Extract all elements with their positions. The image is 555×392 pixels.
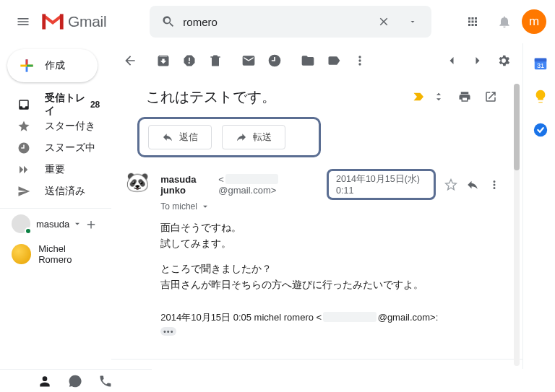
nav-label: スター付き bbox=[45, 120, 100, 133]
hangouts-people-icon[interactable] bbox=[35, 371, 55, 391]
quoted-header: 2014年10月15日 0:05 michel romero <xxxxxxx@… bbox=[160, 311, 505, 324]
thread-subject: これはテストです。 bbox=[146, 87, 407, 107]
subject-actions bbox=[426, 84, 504, 110]
nav-snoozed[interactable]: スヌーズ中 bbox=[0, 137, 111, 159]
sender-avatar[interactable] bbox=[124, 169, 150, 195]
star-icon bbox=[17, 120, 33, 133]
nav-sent[interactable]: 送信済み bbox=[0, 180, 111, 202]
settings-gear-icon[interactable] bbox=[491, 48, 517, 74]
archive-icon[interactable] bbox=[150, 48, 176, 74]
svg-text:31: 31 bbox=[537, 62, 544, 69]
reply-icon bbox=[162, 131, 173, 143]
older-icon[interactable] bbox=[465, 48, 491, 74]
scrollbar-thumb[interactable] bbox=[514, 84, 520, 170]
move-to-icon[interactable] bbox=[295, 48, 321, 74]
nav: 受信トレイ 28 スター付き スヌーズ中 重要 送信済み bbox=[0, 94, 111, 202]
avatar-initial: m bbox=[529, 14, 539, 29]
nav-count: 28 bbox=[90, 100, 100, 110]
send-icon bbox=[17, 185, 33, 198]
nav-inbox[interactable]: 受信トレイ 28 bbox=[0, 94, 111, 116]
gmail-logo[interactable]: Gmail bbox=[38, 13, 106, 30]
expand-icon[interactable] bbox=[426, 84, 452, 110]
calendar-addon-icon[interactable]: 31 bbox=[529, 52, 552, 75]
hangouts-chat-icon[interactable] bbox=[65, 371, 85, 391]
search-icon[interactable] bbox=[154, 7, 183, 36]
reply-button[interactable]: 返信 bbox=[148, 125, 212, 149]
gmail-m-icon bbox=[42, 14, 64, 30]
sidebar: 作成 受信トレイ 28 スター付き スヌーズ中 重要 送信済み bbox=[0, 43, 111, 369]
chevrons-icon bbox=[17, 163, 33, 176]
contact-avatar bbox=[12, 244, 31, 264]
more-message-icon[interactable] bbox=[483, 174, 505, 196]
toggle-quote-icon[interactable]: ••• bbox=[160, 327, 176, 336]
clear-search-icon[interactable] bbox=[369, 7, 398, 36]
snooze-icon[interactable] bbox=[262, 48, 288, 74]
topbar: Gmail m bbox=[0, 0, 555, 43]
presence-dot-icon bbox=[25, 227, 32, 235]
nav-label: 受信トレイ bbox=[45, 92, 90, 118]
contact-name: Michel Romero bbox=[38, 243, 100, 265]
reply-label: 返信 bbox=[179, 131, 198, 144]
labels-icon[interactable] bbox=[321, 48, 347, 74]
hangouts-phone-icon[interactable] bbox=[95, 371, 116, 391]
content: これはテストです。 返信 転送 bbox=[111, 43, 522, 369]
newer-icon[interactable] bbox=[439, 48, 465, 74]
delete-icon[interactable] bbox=[202, 48, 228, 74]
scrollbar[interactable] bbox=[514, 84, 520, 366]
sender-name: masuda junko bbox=[160, 174, 215, 196]
gmail-logo-text: Gmail bbox=[68, 13, 106, 30]
nav-label: 重要 bbox=[45, 163, 100, 176]
mark-unread-icon[interactable] bbox=[236, 48, 262, 74]
hangouts-tabs bbox=[0, 369, 152, 392]
message-2-collapsed[interactable]: michel romero 2014年10月15日(水) 0:05 「Triml… bbox=[111, 359, 522, 369]
reply-forward-bar: 返信 転送 bbox=[137, 117, 321, 157]
sender-address: <xxxxxxx@gmail.com> bbox=[218, 174, 322, 196]
keep-addon-icon[interactable] bbox=[529, 85, 552, 108]
more-icon[interactable] bbox=[347, 48, 373, 74]
subject-row: これはテストです。 bbox=[111, 78, 522, 114]
forward-button[interactable]: 転送 bbox=[222, 125, 285, 149]
plus-icon bbox=[17, 56, 36, 75]
hangouts-current-user[interactable]: masuda bbox=[12, 214, 82, 233]
hangouts-avatar bbox=[12, 214, 30, 233]
search-box[interactable] bbox=[150, 6, 431, 38]
to-line[interactable]: To michel bbox=[160, 201, 505, 212]
nav-label: スヌーズ中 bbox=[45, 141, 100, 154]
star-message-icon[interactable] bbox=[440, 174, 462, 196]
compose-label: 作成 bbox=[45, 59, 65, 72]
content-wrap: これはテストです。 返信 転送 bbox=[111, 43, 555, 369]
apps-grid-icon[interactable] bbox=[458, 7, 487, 36]
open-new-window-icon[interactable] bbox=[478, 84, 504, 110]
message-date: 2014年10月15日(水) 0:11 bbox=[327, 169, 436, 200]
nav-important[interactable]: 重要 bbox=[0, 159, 111, 180]
print-icon[interactable] bbox=[452, 84, 478, 110]
topbar-right-icons: m bbox=[458, 7, 546, 36]
message-header: masuda junko <xxxxxxx@gmail.com> 2014年10… bbox=[160, 169, 505, 200]
search-input[interactable] bbox=[183, 16, 369, 28]
nav-starred[interactable]: スター付き bbox=[0, 116, 111, 137]
chevron-down-icon bbox=[200, 201, 210, 212]
message-toolbar bbox=[111, 43, 522, 78]
main: 作成 受信トレイ 28 スター付き スヌーズ中 重要 送信済み bbox=[0, 43, 555, 369]
search-options-dropdown-icon[interactable] bbox=[398, 7, 427, 36]
importance-marker-icon[interactable] bbox=[413, 92, 426, 102]
reply-icon[interactable] bbox=[462, 174, 483, 196]
compose-button[interactable]: 作成 bbox=[7, 49, 98, 82]
side-panel: 31 bbox=[522, 43, 555, 369]
nav-label: 送信済み bbox=[45, 185, 100, 198]
back-icon[interactable] bbox=[117, 48, 143, 74]
chevron-down-icon bbox=[72, 219, 82, 229]
hangouts-new-conversation-icon[interactable]: ＋ bbox=[82, 215, 100, 232]
hamburger-menu-icon[interactable] bbox=[9, 7, 38, 36]
hangouts-contact[interactable]: Michel Romero bbox=[0, 239, 111, 269]
account-avatar[interactable]: m bbox=[522, 9, 546, 34]
message-1: masuda junko <xxxxxxx@gmail.com> 2014年10… bbox=[111, 160, 522, 340]
tasks-addon-icon[interactable] bbox=[529, 118, 552, 141]
hangouts-header: masuda ＋ bbox=[0, 208, 111, 239]
inbox-icon bbox=[17, 98, 33, 111]
clock-icon bbox=[17, 141, 33, 154]
spam-icon[interactable] bbox=[176, 48, 202, 74]
notifications-icon[interactable] bbox=[490, 7, 519, 36]
message-body: 面白そうですね。試してみます。 ところで聞きましたか？吉田さんが昨日そちらの方へ… bbox=[160, 220, 505, 292]
hangouts-username: masuda bbox=[36, 219, 69, 230]
